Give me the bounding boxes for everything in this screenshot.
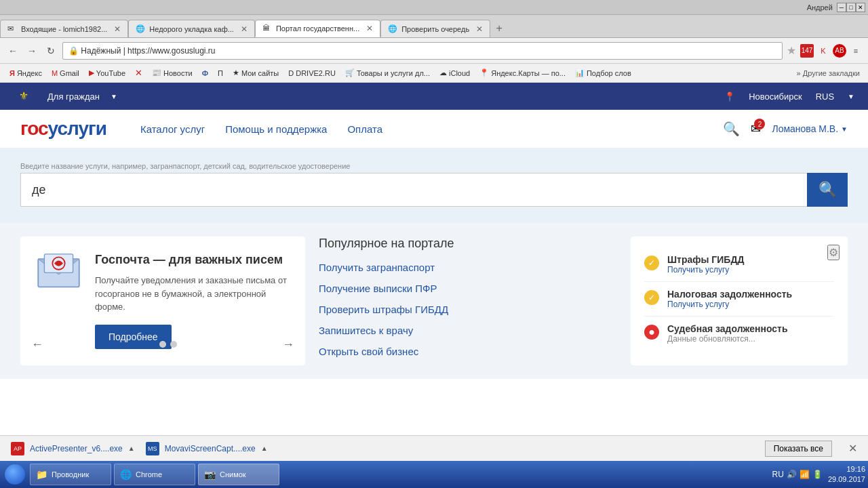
header-search-icon[interactable]: 🔍 (723, 121, 740, 137)
back-button[interactable]: ← (5, 43, 20, 58)
popular-link-gibdd[interactable]: Проверить штрафы ГИБДД (319, 304, 617, 315)
search-input[interactable] (20, 173, 807, 207)
popular-link-doctor[interactable]: Запишитесь к врачу (319, 325, 617, 336)
taskbar-camera-button[interactable]: 📷 Снимок (198, 464, 279, 485)
bookmark-news[interactable]: 📰 Новости (148, 67, 197, 79)
settings-icon-button[interactable]: ⚙ (827, 245, 840, 260)
win-maximize-button[interactable]: □ (846, 3, 856, 12)
gov-language[interactable]: RUS (816, 92, 834, 102)
gov-nav: Каталог услуг Помощь и поддержка Оплата (140, 123, 382, 135)
systray-battery-icon[interactable]: 🔋 (812, 470, 823, 479)
bookmark-yandex[interactable]: Я Яндекс (5, 68, 46, 79)
start-button[interactable] (3, 462, 27, 487)
mail-icon-container[interactable]: ✉ 2 (751, 121, 761, 136)
download-icon-ms: MS (146, 442, 159, 455)
status-content-sud: Судебная задолженность Данные обновляютс… (667, 323, 834, 344)
bookmark-f[interactable]: Ф (198, 68, 212, 79)
card-dot-2[interactable] (159, 341, 166, 348)
tab-icon-mail: ✉ (7, 24, 17, 34)
bookmark-star-icon[interactable]: ★ (787, 44, 796, 57)
popular-link-business[interactable]: Открыть свой бизнес (319, 346, 617, 357)
bookmark-wordstat[interactable]: 📊 Подбор слов (571, 67, 635, 79)
bookmark-gmail[interactable]: M Gmail (47, 68, 83, 79)
bookmark-my-sites[interactable]: ★ Мои сайты (229, 67, 283, 79)
card-dot-1[interactable] (149, 341, 155, 348)
youtube-icon: ▶ (89, 68, 94, 77)
check-icon-nalog: ✓ (648, 293, 655, 302)
user-name[interactable]: Ломанова М.В. ▼ (772, 123, 848, 134)
systray: RU 🔊 📶 🔋 (772, 470, 823, 479)
logo-gos: гос (20, 118, 48, 139)
ext-kaspersky-icon[interactable]: K (816, 44, 830, 58)
ext-147-icon[interactable]: 147 (800, 44, 814, 58)
forward-button[interactable]: → (24, 43, 39, 58)
gosuslugi-logo[interactable]: госуслуги (20, 118, 106, 140)
systray-network-icon[interactable]: 📶 (800, 470, 810, 479)
gov-location[interactable]: Новосибирск (749, 92, 802, 102)
mail-badge: 2 (754, 119, 765, 129)
bookmark-yandex-label: Яндекс (17, 69, 42, 77)
gov-for-citizens[interactable]: Для граждан (47, 92, 100, 102)
russia-emblem-icon: ⚜ (14, 88, 34, 104)
bookmark-p[interactable]: П (214, 68, 227, 79)
tab-queue[interactable]: 🌐 Проверить очередь ✕ (380, 20, 490, 37)
bookmark-shop[interactable]: 🛒 Товары и услуги дл... (341, 67, 434, 79)
download-arrow-ap[interactable]: ▲ (128, 445, 135, 452)
bookmark-icloud[interactable]: ☁ iCloud (435, 67, 474, 79)
systray-volume-icon[interactable]: 🔊 (787, 470, 797, 479)
download-label-ms[interactable]: MovaviScreenCapt....exe (165, 444, 256, 453)
win-close-button[interactable]: ✕ (856, 3, 865, 12)
tab-label-mail: Входящие - lomich1982... (21, 25, 107, 33)
download-item-movavi: MS MovaviScreenCapt....exe ▲ (146, 442, 268, 455)
download-label-ap[interactable]: ActivePresenter_v6....exe (30, 444, 123, 453)
tab-gosuslugi[interactable]: 🏛 Портал государственн... ✕ (255, 20, 380, 37)
bookmark-drive2[interactable]: D DRIVE2.RU (284, 68, 340, 79)
status-item-sud: ● Судебная задолженность Данные обновляю… (644, 317, 834, 350)
bookmarks-more-button[interactable]: » Другие закладки (794, 68, 863, 79)
systray-lang[interactable]: RU (772, 470, 784, 479)
user-name-text: Ломанова М.В. (772, 123, 838, 134)
tab-close-tiles[interactable]: ✕ (241, 24, 248, 34)
status-dot-sud: ● (644, 325, 659, 340)
tab-icon-queue: 🌐 (388, 24, 397, 34)
tab-mail[interactable]: ✉ Входящие - lomich1982... ✕ (0, 20, 128, 37)
ext-more-icon[interactable]: ≡ (849, 44, 863, 58)
reload-button[interactable]: ↻ (43, 43, 58, 58)
bookmark-yandex-maps[interactable]: 📍 Яндекс.Карты — по... (475, 67, 570, 79)
popular-link-zagranpassport[interactable]: Получить загранпаспорт (319, 262, 617, 273)
location-icon: 📍 (724, 92, 735, 102)
search-button[interactable]: 🔍 (807, 173, 848, 207)
taskbar-explorer-label: Проводник (52, 470, 89, 479)
nav-catalog[interactable]: Каталог услуг (140, 123, 205, 135)
search-hint: Введите название услуги, например, загра… (20, 162, 848, 170)
icloud-icon: ☁ (439, 68, 447, 77)
status-subtitle-nalog[interactable]: Получить услугу (667, 300, 834, 309)
tab-close-gosuslugi[interactable]: ✕ (366, 24, 373, 33)
status-subtitle-gibdd[interactable]: Получить услугу (667, 265, 834, 274)
win-minimize-button[interactable]: ─ (837, 3, 846, 12)
nav-support[interactable]: Помощь и поддержка (225, 123, 327, 135)
nav-payment[interactable]: Оплата (347, 123, 382, 135)
download-item-activepresenter: AP ActivePresenter_v6....exe ▲ (11, 442, 135, 455)
bookmark-gmail-label: Gmail (60, 69, 79, 77)
bookmark-x[interactable]: ✕ (131, 66, 146, 79)
taskbar-explorer-button[interactable]: 📁 Проводник (30, 464, 111, 485)
card-next-arrow[interactable]: → (282, 338, 294, 352)
popular-link-pfr[interactable]: Получение выписки ПФР (319, 283, 617, 294)
ext-adblock-icon[interactable]: AB (833, 44, 846, 58)
taskbar-chrome-button[interactable]: 🌐 Chrome (114, 464, 195, 485)
url-input[interactable] (62, 42, 783, 60)
tab-close-queue[interactable]: ✕ (476, 24, 483, 34)
tab-close-mail[interactable]: ✕ (114, 24, 121, 34)
download-arrow-ms[interactable]: ▲ (261, 445, 268, 452)
tab-tiles[interactable]: 🌐 Недорого укладка каф... ✕ (128, 20, 255, 37)
new-tab-button[interactable]: + (490, 20, 508, 37)
gov-topnav-chevron-icon: ▼ (111, 93, 117, 100)
card-prev-arrow[interactable]: ← (31, 338, 43, 352)
start-orb-icon (5, 464, 25, 485)
taskbar-camera-label: Снимок (220, 470, 246, 479)
show-all-downloads-button[interactable]: Показать все (765, 441, 832, 457)
card-dot-3[interactable] (170, 341, 177, 348)
bookmark-youtube[interactable]: ▶ YouTube (85, 67, 130, 79)
download-bar-close-button[interactable]: ✕ (848, 442, 857, 455)
